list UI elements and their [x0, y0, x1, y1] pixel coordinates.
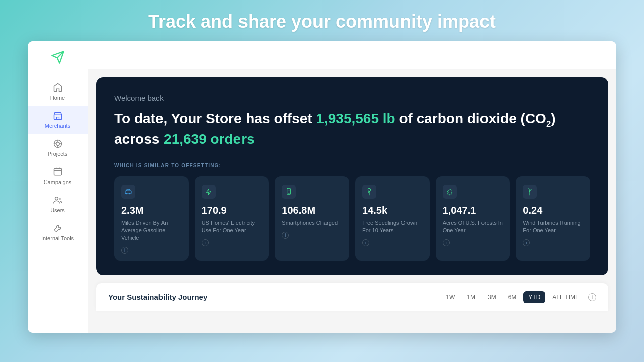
stat-desc-turbines: Wind Turbines Running For One Year — [523, 219, 583, 234]
stat-number-forests: 1,047.1 — [443, 205, 503, 216]
info-icon-miles[interactable]: i — [121, 247, 128, 254]
svg-point-12 — [55, 197, 58, 200]
filter-6m[interactable]: 6M — [503, 291, 522, 303]
sidebar-item-users[interactable]: Users — [28, 190, 88, 218]
campaigns-icon — [53, 167, 63, 177]
sidebar-item-home[interactable]: Home — [28, 77, 88, 106]
time-filters: 1W 1M 3M 6M YTD ALL TIME i — [441, 291, 596, 303]
filter-all-time[interactable]: ALL TIME — [547, 291, 584, 303]
sidebar-item-home-label: Home — [50, 95, 65, 101]
turbine-icon-container — [523, 185, 537, 199]
sidebar-item-merchants-label: Merchants — [45, 123, 70, 129]
welcome-text: Welcome back — [114, 94, 590, 102]
sidebar-item-campaigns[interactable]: Campaigns — [28, 162, 88, 190]
stat-desc-homes: US Homes' Electricity Use For One Year — [202, 219, 262, 234]
time-filter-info-icon[interactable]: i — [588, 293, 596, 301]
offset-headline: To date, Your Store has offset 1,935,565… — [114, 109, 590, 149]
svg-rect-8 — [54, 168, 61, 175]
stat-number-seedlings: 14.5k — [362, 205, 423, 216]
sidebar-item-users-label: Users — [50, 207, 65, 213]
stat-card-miles: 2.3M Miles Driven By An Average Gasoline… — [114, 176, 189, 261]
hero-section: Welcome back To date, Your Store has off… — [96, 77, 608, 275]
similar-label: WHICH IS SIMILAR TO OFFSETTING: — [114, 163, 590, 168]
lightning-icon — [205, 188, 213, 196]
orders-count: 21,639 orders — [164, 131, 255, 147]
smartphone-icon — [285, 188, 293, 196]
stat-number-smartphones: 106.8M — [282, 205, 342, 216]
stat-card-seedlings: 14.5k Tree Seedlings Grown For 10 Years … — [355, 176, 430, 261]
svg-point-14 — [126, 193, 128, 195]
home-icon — [53, 82, 63, 93]
top-bar — [88, 41, 616, 69]
stat-card-smartphones: 106.8M Smartphones Charged i — [275, 176, 349, 261]
car-icon-container — [121, 185, 135, 199]
users-icon — [53, 195, 63, 205]
offset-amount: 1,935,565 lb — [316, 111, 395, 126]
page-title: Track and share your community impact — [0, 0, 644, 41]
svg-rect-13 — [125, 191, 131, 194]
app-logo[interactable] — [47, 46, 69, 68]
send-icon — [51, 50, 65, 64]
filter-1m[interactable]: 1M — [462, 291, 480, 303]
journey-title: Your Sustainability Journey — [108, 293, 207, 301]
stat-desc-seedlings: Tree Seedlings Grown For 10 Years — [362, 219, 423, 234]
sidebar-item-merchants[interactable]: Merchants — [28, 106, 88, 134]
stat-card-forests: 1,047.1 Acres Of U.S. Forests In One Yea… — [436, 176, 510, 261]
info-icon-smartphones[interactable]: i — [282, 232, 289, 239]
info-icon-homes[interactable]: i — [202, 239, 209, 246]
tree-icon — [446, 188, 454, 196]
info-icon-seedlings[interactable]: i — [362, 239, 369, 246]
stats-grid: 2.3M Miles Driven By An Average Gasoline… — [114, 176, 590, 261]
stat-card-turbines: 0.24 Wind Turbines Running For One Year … — [516, 176, 590, 261]
headline-prefix: To date, Your Store has offset — [114, 111, 312, 126]
lightning-icon-container — [202, 185, 216, 199]
stat-desc-forests: Acres Of U.S. Forests In One Year — [443, 219, 503, 234]
svg-point-3 — [56, 142, 59, 146]
stat-card-homes: 170.9 US Homes' Electricity Use For One … — [195, 176, 269, 261]
filter-3m[interactable]: 3M — [482, 291, 501, 303]
main-content: Welcome back To date, Your Store has off… — [88, 41, 616, 333]
bottom-bar: Your Sustainability Journey 1W 1M 3M 6M … — [96, 283, 608, 311]
smartphone-icon-container — [282, 185, 296, 199]
tools-icon — [53, 223, 63, 233]
sidebar: Home Merchants Projects — [28, 41, 88, 333]
sidebar-item-tools-label: Internal Tools — [41, 235, 74, 241]
sidebar-item-projects[interactable]: Projects — [28, 134, 88, 162]
info-icon-forests[interactable]: i — [443, 239, 450, 246]
sidebar-item-campaigns-label: Campaigns — [44, 179, 72, 185]
filter-1w[interactable]: 1W — [441, 291, 460, 303]
sidebar-item-projects-label: Projects — [48, 151, 68, 157]
projects-icon — [53, 139, 63, 149]
car-icon — [124, 188, 132, 196]
turbine-icon — [526, 188, 534, 196]
app-shell: Home Merchants Projects — [28, 41, 616, 333]
info-icon-turbines[interactable]: i — [523, 239, 530, 246]
seedling-icon — [365, 188, 373, 196]
filter-ytd[interactable]: YTD — [523, 291, 545, 303]
stat-number-miles: 2.3M — [121, 205, 182, 216]
stat-number-homes: 170.9 — [202, 205, 262, 216]
stat-number-turbines: 0.24 — [523, 205, 583, 216]
sidebar-item-internal-tools[interactable]: Internal Tools — [28, 218, 88, 246]
merchants-icon — [53, 111, 63, 121]
stat-desc-miles: Miles Driven By An Average Gasoline Vehi… — [121, 219, 182, 242]
tree-icon-container — [443, 185, 457, 199]
svg-point-15 — [129, 193, 131, 195]
stat-desc-smartphones: Smartphones Charged — [282, 219, 342, 227]
seedling-icon-container — [362, 185, 376, 199]
